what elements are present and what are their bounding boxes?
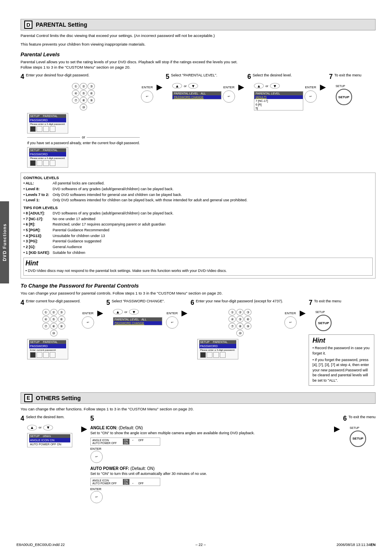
pw-hint-2: • If you forget the password, press [4],… [312,357,371,383]
setup-label-s4b: SETUP [30,149,39,152]
tip-3-text: Parental Guidance suggested [53,239,101,244]
pg5-row: 5[ [254,106,303,110]
enter-icon-5: ↩ [223,90,235,103]
parental-levels-section: Parental Levels Parental Level allows yo… [21,51,376,279]
others-setup-button-6[interactable]: SETUP [350,431,366,447]
pw2-key-5: ⑤ [236,316,244,322]
section-d-intro2: This feature prevents your children from… [21,41,376,47]
pw-pb2 [37,352,42,358]
pw-step4-text: Enter current four-digit password. [26,299,81,304]
change-password-title: To Change the Password for Parental Cont… [21,283,376,289]
pw-key-3: ③ [58,309,65,315]
footer-date: 2006/08/18 13:11:34 [337,543,371,547]
arrow-5-6: ► [236,73,246,93]
pw-all-label: ALL [141,318,146,321]
pw-enter-icon-6: ↩ [284,316,297,329]
setup-button-7[interactable]: SETUP [336,89,352,105]
key-9: ⑨ [88,97,95,104]
or-text: or [82,135,85,139]
step6-num: 6 [247,73,251,81]
step6-text: Select the desired level. [253,73,292,78]
pw-key-2: ② [50,309,58,315]
parental-menu-screen2: SETUP PARENTAL PASSWORD Please enter a 4… [27,147,68,168]
key-0: ⑩ [80,104,87,111]
parental-menu-header2: SETUP PARENTAL [29,148,66,152]
step4-num: 4 [21,73,24,81]
tip-1-label: • 1 [KID SAFE]: [23,251,50,256]
enter-label-5: ENTER [224,85,235,89]
pw-password-row2: PASSWORD [199,344,236,348]
pass-boxes-1 [29,126,66,132]
auto-enter-label: ENTER [90,487,101,491]
auto-power-toggle-box: ANGLE ICON ON AUTO POWER OFF ON ← OFF [90,478,160,486]
tip-4: • 4 [PG13]: Unsuitable for children unde… [23,234,373,239]
section-d-header: D PARENTAL Setting [21,19,376,30]
pw-down-5[interactable]: ▼ [129,309,139,315]
pw-enter-label-6: ENTER [285,311,296,315]
tip-1: • 1 [KID SAFE]: Suitable for children [23,251,373,256]
others-arrow-5-6: ► [332,415,342,435]
pw-step6-num: 6 [191,299,194,306]
par-level-active: PASSWORD CHANGE [173,95,221,99]
tip-7-label: • 7 [NC-17]: [23,217,50,222]
pw-hint-box: Hint • Record the password in case you f… [309,334,374,385]
pb1b [30,160,36,166]
auto-power-row: AUTO POWER OFF ON [29,442,70,446]
key-3: ③ [88,83,95,90]
enter-hint2: Please enter a 4-digit password. [29,157,66,160]
ctrl-all: • ALL: All parental locks are cancelled. [23,181,373,186]
others-label: others [43,435,51,438]
pw-setup-button-7[interactable]: SETUP [315,315,332,331]
pw-enter-icon-4: ↩ [82,316,94,329]
enter-step5: ENTER ↩ [223,73,235,103]
pw-step6-header: 6 Enter your new four-digit password (ex… [191,299,283,306]
key-7: ⑦ [72,97,79,104]
angle-icon-desc: Set to "ON" to show the angle icon when … [90,431,331,436]
enter-btn-6: ENTER ↩ [304,85,317,103]
hint-title-parental: Hint [25,260,371,267]
pw-arrow-4-5: ► [95,299,105,319]
tip-6: • 6 [R]: Restricted; under 17 requires a… [23,222,373,227]
pw-key-4: ④ [42,316,50,322]
up-arrow-6[interactable]: ▲ [254,83,264,89]
down-arrow-5[interactable]: ▼ [188,83,198,89]
pw-key-1: ① [42,309,50,315]
others-step6-header: 6 To exit the menu [343,415,376,422]
pb2b [37,160,42,166]
tip-7: • 7 [NC-17]: No one under 17 admitted [23,217,373,222]
pw-up-5[interactable]: ▲ [113,309,123,315]
tip-2-text: General Audience [53,245,82,250]
others-step5-num: 5 [90,415,94,422]
angle-icon-section: ANGLE ICON: (Default: ON) Set to "ON" to… [90,426,331,463]
pw-step7-container: 7 To exit the menu SETUP SETUP Hint • Re… [309,299,374,385]
side-tab: DVD Functions [0,201,9,283]
tip-5-text: Parental Guidance Recommended [53,228,109,233]
others-up-4[interactable]: ▲ [27,425,37,431]
down-arrow-6[interactable]: ▼ [270,83,280,89]
enter-icon-4: ↩ [141,90,153,103]
par-level-label-6: PARENTAL LEVEL [256,92,280,95]
tip-3-label: • 3 [PG]: [23,239,50,244]
pw-step4-content: ① ② ③ ④ ⑤ ⑥ ⑦ ⑧ ⑨ ⑩ [27,309,81,359]
step7-header: 7 To exit the menu [329,73,362,81]
page: DVD Functions D PARENTAL Setting Parenta… [0,0,392,555]
pw-enter-icon-5: ↩ [166,316,178,329]
others-setup-label: SETUP [30,435,39,438]
footer-file: E8A00UD_E8C00UD.indd 22 [16,543,65,547]
step5-num: 5 [166,73,169,81]
others-down-4[interactable]: ▼ [43,425,53,431]
or-5: or [184,84,187,88]
pw-par-header: PARENTAL LEVEL ALL [113,318,162,321]
pw-step5-text: Select "PASSWORD CHANGE". [112,299,165,304]
angle-icon-on: ON [123,439,129,442]
angle-icon-off: OFF [137,439,145,442]
up-arrow-5[interactable]: ▲ [172,83,182,89]
angle-icon-toggle-row: ANGLE ICON ON ← OFF [92,439,158,442]
auto-power-label2: AUTO POWER OFF [92,482,121,485]
arrow-4-5: ► [154,73,164,93]
pw2-pb2 [207,352,212,358]
pw-step5-nav: ▲ or ▼ PARENTAL LEVEL ALL PASSWORD CHANG… [113,309,165,325]
parental-menu-header: SETUP PARENTAL [29,114,66,118]
pw-arrow-6-7: ► [298,299,308,319]
step7-text: To exit the menu [334,73,362,78]
